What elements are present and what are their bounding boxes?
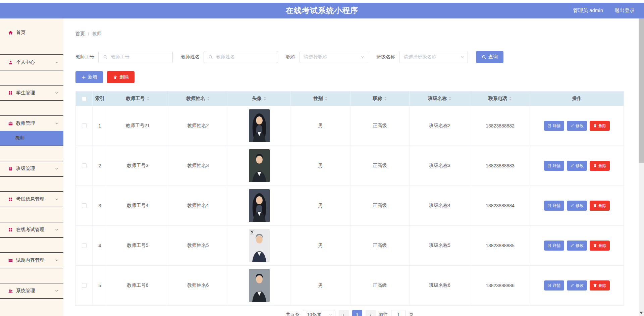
title-select[interactable]: 请选择职称 — [300, 51, 368, 63]
sort-caret-icon[interactable] — [509, 96, 512, 101]
edit-button[interactable]: 修改 — [567, 161, 587, 171]
detail-button[interactable]: 详情 — [544, 121, 564, 131]
detail-button[interactable]: 详情 — [544, 161, 564, 171]
page-size-select[interactable]: 10条/页 — [303, 310, 335, 316]
edit-button-label: 修改 — [576, 123, 584, 129]
column-header-teacher-name[interactable]: 教师姓名 — [168, 92, 228, 106]
edit-button[interactable]: 修改 — [567, 201, 587, 211]
class-name-select[interactable]: 请选择班级名称 — [399, 51, 468, 63]
cell-index: 3 — [93, 186, 107, 225]
breadcrumb-home[interactable]: 首页 — [75, 31, 85, 37]
table-row: 2教师工号3教师姓名3 男正高级班级名称313823888883详情修改删除 — [76, 146, 624, 186]
row-checkbox[interactable] — [82, 283, 87, 288]
sidebar-group-classes: 班级管理 — [0, 161, 63, 177]
sidebar-item-exam-info[interactable]: 考试信息管理 — [0, 192, 63, 207]
cell-title: 正高级 — [351, 106, 410, 146]
column-header-actions: 操作 — [530, 92, 624, 106]
sidebar-item-system[interactable]: 系统管理 — [0, 283, 63, 298]
edit-button[interactable]: 修改 — [567, 121, 587, 131]
page-number-button[interactable]: 1 — [352, 310, 362, 316]
search-button[interactable]: 查询 — [476, 51, 503, 63]
sidebar-subitem-teacher[interactable]: 教师 — [0, 131, 63, 146]
sort-caret-icon[interactable] — [147, 96, 150, 101]
search-button-label: 查询 — [488, 54, 498, 60]
column-header-phone[interactable]: 联系电话 — [470, 92, 530, 106]
edit-icon — [570, 244, 574, 248]
sidebar-item-question-content[interactable]: 试题内容管理 — [0, 253, 63, 268]
prev-page-button[interactable] — [339, 310, 349, 316]
document-icon — [547, 164, 551, 168]
cell-select — [76, 226, 93, 265]
grid-icon — [8, 227, 13, 232]
add-button[interactable]: 新增 — [75, 71, 103, 83]
sidebar-item-classes[interactable]: 班级管理 — [0, 161, 63, 176]
cell-phone: 13823888882 — [470, 106, 530, 146]
sidebar-item-label: 在线考试管理 — [16, 227, 44, 233]
next-page-button[interactable] — [366, 310, 376, 316]
cell-gender: 男 — [291, 146, 351, 186]
sidebar-group-online-exam: 在线考试管理 — [0, 222, 63, 238]
cell-teacher-no: 教师工号4 — [107, 186, 168, 225]
select-all-checkbox[interactable] — [82, 96, 87, 101]
column-header-title[interactable]: 职称 — [351, 92, 410, 106]
sidebar-item-teachers[interactable]: 教师管理 — [0, 116, 63, 131]
sort-caret-icon[interactable] — [384, 96, 387, 101]
scroll-down-arrow-icon[interactable] — [640, 312, 643, 314]
vertical-scrollbar[interactable] — [639, 18, 644, 316]
scrollbar-thumb[interactable] — [639, 18, 644, 163]
document-icon — [547, 204, 551, 208]
delete-button[interactable]: 删除 — [590, 280, 610, 291]
column-header-gender[interactable]: 性别 — [291, 92, 351, 106]
sidebar-item-online-exam[interactable]: 在线考试管理 — [0, 222, 63, 237]
cell-title: 正高级 — [351, 146, 410, 186]
teacher-no-input[interactable]: 教师工号 — [98, 51, 173, 63]
select-placeholder: 请选择班级名称 — [404, 54, 436, 60]
toolbar: 新增 删除 — [75, 71, 639, 83]
chevron-down-icon — [329, 313, 332, 316]
row-checkbox[interactable] — [82, 203, 87, 208]
filter-field-class-name: 班级名称请选择班级名称 — [376, 51, 468, 63]
delete-button[interactable]: 删除 — [590, 161, 610, 171]
cell-select — [76, 106, 93, 146]
column-header-teacher-no[interactable]: 教师工号 — [107, 92, 168, 106]
teacher-name-input[interactable]: 教师姓名 — [204, 51, 278, 63]
sidebar-item-students[interactable]: 学生管理 — [0, 86, 63, 100]
sort-caret-icon[interactable] — [448, 96, 451, 101]
row-checkbox[interactable] — [82, 123, 87, 128]
column-header-class-name[interactable]: 班级名称 — [410, 92, 470, 106]
logout-link[interactable]: 退出登录 — [614, 7, 635, 14]
detail-button[interactable]: 详情 — [544, 280, 564, 291]
trash-icon — [593, 164, 597, 168]
sidebar-group-exam-info: 考试信息管理 — [0, 191, 63, 207]
row-checkbox[interactable] — [82, 243, 87, 248]
sort-caret-icon[interactable] — [207, 96, 210, 101]
sidebar-item-profile[interactable]: 个人中心 — [0, 55, 63, 70]
chevron-down-icon — [55, 60, 59, 64]
column-label: 性别 — [314, 96, 323, 102]
edit-button-label: 修改 — [576, 283, 584, 288]
cell-phone: 13823888884 — [470, 186, 530, 225]
detail-button-label: 详情 — [553, 163, 561, 169]
current-user-label[interactable]: 管理员 admin — [573, 7, 603, 14]
edit-button[interactable]: 修改 — [567, 241, 587, 251]
sort-caret-icon[interactable] — [263, 96, 266, 101]
sidebar-gap — [0, 299, 63, 313]
sidebar-gap — [0, 40, 63, 54]
cell-avatar — [228, 186, 291, 225]
header-user-area: 管理员 admin 退出登录 — [573, 3, 635, 18]
detail-button[interactable]: 详情 — [544, 201, 564, 211]
row-checkbox[interactable] — [82, 163, 87, 168]
delete-button[interactable]: 删除 — [107, 71, 135, 83]
detail-button[interactable]: 详情 — [544, 241, 564, 251]
column-header-avatar[interactable]: 头像 — [228, 92, 291, 106]
edit-button[interactable]: 修改 — [567, 280, 587, 291]
cell-select — [76, 146, 93, 186]
delete-button[interactable]: 删除 — [590, 201, 610, 211]
sort-caret-icon[interactable] — [325, 96, 328, 101]
delete-button[interactable]: 删除 — [590, 241, 610, 251]
sidebar-item-home[interactable]: 首页 — [0, 25, 63, 40]
goto-page-input[interactable]: 1 — [391, 310, 406, 316]
filter-label-title: 职称 — [286, 54, 296, 60]
wallet-icon — [8, 258, 13, 263]
delete-button[interactable]: 删除 — [590, 121, 610, 131]
